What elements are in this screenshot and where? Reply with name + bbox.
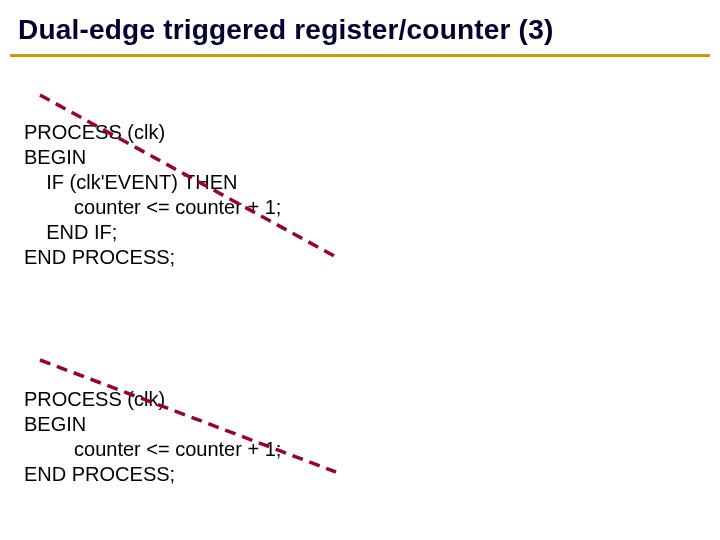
code-block-1: PROCESS (clk) BEGIN IF (clk'EVENT) THEN … [24, 95, 720, 320]
code-line: BEGIN [24, 146, 86, 168]
slide-title: Dual-edge triggered register/counter (3) [0, 0, 720, 46]
code-line: END IF; [24, 221, 117, 243]
code-line: counter <= counter + 1; [24, 438, 281, 460]
slide-content: PROCESS (clk) BEGIN IF (clk'EVENT) THEN … [0, 57, 720, 537]
code-line: IF (clk'EVENT) THEN [24, 171, 237, 193]
code-block-2: PROCESS (clk) BEGIN counter <= counter +… [24, 362, 720, 537]
code-line: PROCESS (clk) [24, 388, 165, 410]
code-line: END PROCESS; [24, 246, 175, 268]
code-line: END PROCESS; [24, 463, 175, 485]
code-line: BEGIN [24, 413, 86, 435]
code-line: counter <= counter + 1; [24, 196, 281, 218]
code-line: PROCESS (clk) [24, 121, 165, 143]
